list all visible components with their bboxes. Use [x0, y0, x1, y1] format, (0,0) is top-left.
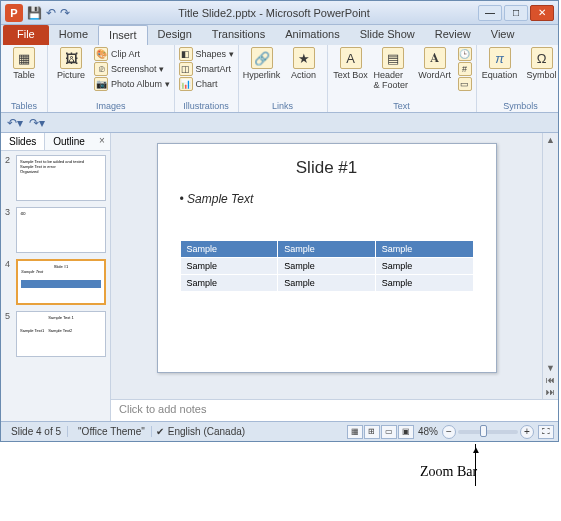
tab-design[interactable]: Design	[148, 25, 202, 45]
chart-button[interactable]: 📊Chart	[179, 77, 234, 91]
wordart-button[interactable]: 𝐀WordArt	[416, 47, 454, 80]
qat-redo-icon[interactable]: ↷	[60, 6, 70, 20]
group-text: AText Box ▤Header & Footer 𝐀WordArt 🕒 # …	[328, 45, 477, 112]
work-area: Slides Outline × 2 Sample Text to be add…	[1, 133, 558, 421]
tab-slideshow[interactable]: Slide Show	[350, 25, 425, 45]
fit-to-window-button[interactable]: ⛶	[538, 425, 554, 439]
qat2-undo-icon[interactable]: ↶▾	[7, 116, 23, 130]
picture-button[interactable]: 🖼Picture	[52, 47, 90, 80]
qat-save-icon[interactable]: 💾	[27, 6, 42, 20]
slidenum-icon: #	[458, 62, 472, 76]
group-illustrations: ◧Shapes ▾ ◫SmartArt 📊Chart Illustrations	[175, 45, 239, 112]
zoom-slider[interactable]	[458, 430, 518, 434]
thumbnail-4[interactable]: 4 Slide #1Sample Text	[5, 259, 106, 305]
textbox-icon: A	[340, 47, 362, 69]
tab-view[interactable]: View	[481, 25, 525, 45]
group-symbols: πEquation ΩSymbol Symbols	[477, 45, 561, 112]
headerfooter-icon: ▤	[382, 47, 404, 69]
slide-title[interactable]: Slide #1	[180, 158, 474, 178]
tab-review[interactable]: Review	[425, 25, 481, 45]
datetime-button[interactable]: 🕒	[458, 47, 472, 61]
symbol-icon: Ω	[531, 47, 553, 69]
prev-slide-icon[interactable]: ⏮	[546, 375, 555, 385]
zoom-out-button[interactable]: −	[442, 425, 456, 439]
picture-icon: 🖼	[60, 47, 82, 69]
zoom-thumb[interactable]	[480, 425, 487, 437]
screenshot-icon: ⎚	[94, 62, 108, 76]
table-icon: ▦	[13, 47, 35, 69]
window-title: Title Slide2.pptx - Microsoft PowerPoint	[70, 7, 478, 19]
view-buttons: ▦ ⊞ ▭ ▣	[347, 425, 414, 439]
slide-canvas[interactable]: Slide #1 • Sample Text SampleSampleSampl…	[111, 133, 542, 399]
quick-access-toolbar: 💾 ↶ ↷	[27, 6, 70, 20]
reading-view-button[interactable]: ▭	[381, 425, 397, 439]
object-icon: ▭	[458, 77, 472, 91]
qat-undo-icon[interactable]: ↶	[46, 6, 56, 20]
screenshot-button[interactable]: ⎚Screenshot ▾	[94, 62, 170, 76]
photoalbum-button[interactable]: 📷Photo Album ▾	[94, 77, 170, 91]
current-slide[interactable]: Slide #1 • Sample Text SampleSampleSampl…	[157, 143, 497, 373]
zoom-percent[interactable]: 48%	[418, 426, 438, 437]
maximize-button[interactable]: □	[504, 5, 528, 21]
vertical-scrollbar[interactable]: ▲ ▼ ⏮ ⏭	[542, 133, 558, 399]
ribbon-tabs: File Home Insert Design Transitions Anim…	[1, 25, 558, 45]
status-theme: "Office Theme"	[72, 426, 152, 437]
thumbnail-2[interactable]: 2 Sample Text to be added and testedSamp…	[5, 155, 106, 201]
thumbnail-3[interactable]: 3 :00	[5, 207, 106, 253]
minimize-button[interactable]: —	[478, 5, 502, 21]
clipart-icon: 🎨	[94, 47, 108, 61]
qat2-redo-icon[interactable]: ↷▾	[29, 116, 45, 130]
chart-icon: 📊	[179, 77, 193, 91]
close-button[interactable]: ✕	[530, 5, 554, 21]
status-bar: Slide 4 of 5 "Office Theme" ✔ English (C…	[1, 421, 558, 441]
scroll-up-icon[interactable]: ▲	[546, 135, 555, 145]
hyperlink-icon: 🔗	[251, 47, 273, 69]
notes-pane[interactable]: Click to add notes	[111, 399, 558, 421]
action-button[interactable]: ★Action	[285, 47, 323, 80]
object-button[interactable]: ▭	[458, 77, 472, 91]
symbol-button[interactable]: ΩSymbol	[523, 47, 561, 80]
tab-home[interactable]: Home	[49, 25, 98, 45]
hyperlink-button[interactable]: 🔗Hyperlink	[243, 47, 281, 80]
next-slide-icon[interactable]: ⏭	[546, 387, 555, 397]
status-slide-pos: Slide 4 of 5	[5, 426, 68, 437]
equation-button[interactable]: πEquation	[481, 47, 519, 80]
tab-animations[interactable]: Animations	[275, 25, 349, 45]
slide-bullet[interactable]: • Sample Text	[180, 192, 474, 206]
zoom-bar: − +	[442, 425, 534, 439]
slidenum-button[interactable]: #	[458, 62, 472, 76]
tab-insert[interactable]: Insert	[98, 25, 148, 45]
thumbtab-outline[interactable]: Outline	[45, 133, 93, 150]
slide-table[interactable]: SampleSampleSample SampleSampleSample Sa…	[180, 240, 474, 292]
file-tab[interactable]: File	[3, 25, 49, 45]
thumbtab-slides[interactable]: Slides	[1, 133, 45, 150]
group-images: 🖼Picture 🎨Clip Art ⎚Screenshot ▾ 📷Photo …	[48, 45, 175, 112]
ribbon: ▦Table Tables 🖼Picture 🎨Clip Art ⎚Screen…	[1, 45, 558, 113]
slideshow-view-button[interactable]: ▣	[398, 425, 414, 439]
thumbnail-list[interactable]: 2 Sample Text to be added and testedSamp…	[1, 151, 110, 421]
app-window: P 💾 ↶ ↷ Title Slide2.pptx - Microsoft Po…	[0, 0, 559, 442]
sorter-view-button[interactable]: ⊞	[364, 425, 380, 439]
annotation-label: Zoom Bar	[420, 464, 477, 480]
wordart-icon: 𝐀	[424, 47, 446, 69]
tab-transitions[interactable]: Transitions	[202, 25, 275, 45]
shapes-button[interactable]: ◧Shapes ▾	[179, 47, 234, 61]
equation-icon: π	[489, 47, 511, 69]
textbox-button[interactable]: AText Box	[332, 47, 370, 80]
photoalbum-icon: 📷	[94, 77, 108, 91]
app-icon: P	[5, 4, 23, 22]
normal-view-button[interactable]: ▦	[347, 425, 363, 439]
clipart-button[interactable]: 🎨Clip Art	[94, 47, 170, 61]
headerfooter-button[interactable]: ▤Header & Footer	[374, 47, 412, 90]
status-language[interactable]: English (Canada)	[168, 426, 245, 437]
scroll-down-icon[interactable]: ▼	[546, 363, 555, 373]
table-button[interactable]: ▦Table	[5, 47, 43, 80]
thumbpane-close-icon[interactable]: ×	[93, 133, 111, 150]
smartart-button[interactable]: ◫SmartArt	[179, 62, 234, 76]
secondary-qat: ↶▾ ↷▾	[1, 113, 558, 133]
thumbnail-pane: Slides Outline × 2 Sample Text to be add…	[1, 133, 111, 421]
thumbnail-5[interactable]: 5 Sample Text 1Sample Text1Sample Text2	[5, 311, 106, 357]
zoom-in-button[interactable]: +	[520, 425, 534, 439]
edit-area: Slide #1 • Sample Text SampleSampleSampl…	[111, 133, 558, 421]
spellcheck-icon[interactable]: ✔	[156, 426, 164, 437]
